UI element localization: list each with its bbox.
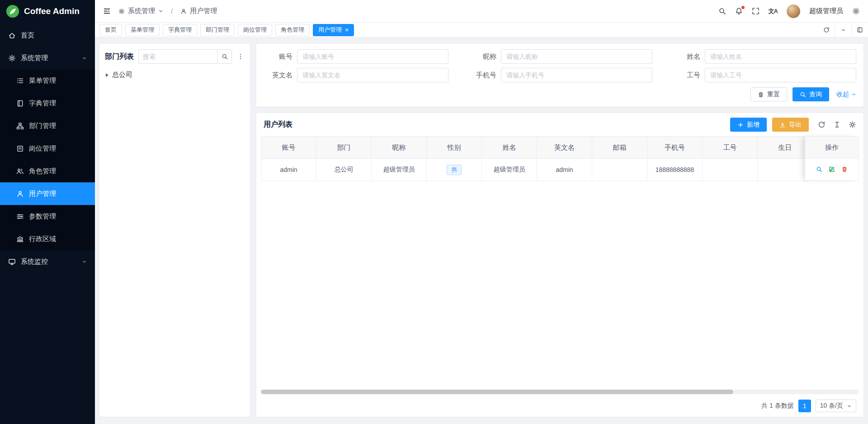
app-root: Coffee Admin 首页 系统管理 菜单管理 字典管理 [0, 0, 868, 424]
id-badge-icon [16, 145, 24, 152]
tab-close-icon[interactable]: × [345, 27, 349, 33]
search-form-card: 账号 昵称 姓名 英文名 [256, 44, 863, 107]
collapse-form-link[interactable]: 收起 [836, 91, 856, 99]
tab-dept-mgmt[interactable]: 部门管理 [200, 24, 235, 36]
topbar-actions: 文A 超级管理员 [718, 5, 860, 18]
language-button[interactable]: 文A [769, 7, 778, 15]
content-area: 部门列表 总公司 [95, 38, 868, 424]
english-name-input[interactable] [297, 68, 448, 82]
page-button-1[interactable]: 1 [798, 400, 811, 412]
edit-row-button[interactable] [829, 166, 835, 172]
sidebar-item-home[interactable]: 首页 [0, 24, 95, 47]
translate-icon: 文A [769, 7, 778, 15]
tab-role-mgmt[interactable]: 角色管理 [275, 24, 310, 36]
sidebar-item-label: 首页 [21, 31, 34, 40]
phone-input[interactable] [501, 68, 652, 82]
sidebar-item-role-mgmt[interactable]: 角色管理 [0, 160, 95, 182]
table-toolbar [818, 121, 856, 129]
account-input[interactable] [297, 49, 448, 64]
breadcrumb-page[interactable]: 用户管理 [180, 7, 217, 15]
sidebar-item-label: 字典管理 [29, 99, 56, 108]
chevron-down-icon [841, 28, 846, 33]
cell-email [592, 159, 647, 181]
row-height-button[interactable] [833, 121, 841, 129]
tab-menu-mgmt[interactable]: 菜单管理 [125, 24, 160, 36]
column-header: 姓名 [482, 137, 537, 159]
work-area: 账号 昵称 姓名 英文名 [256, 44, 863, 417]
query-button[interactable]: 查询 [793, 87, 829, 101]
name-input[interactable] [705, 49, 856, 64]
export-button-label: 导出 [789, 121, 802, 129]
department-panel-title: 部门列表 [105, 52, 134, 62]
notification-dot [741, 6, 745, 9]
sidebar-item-system[interactable]: 系统管理 [0, 47, 95, 69]
table-scroll-area: 账号 部门 昵称 性别 姓名 英文名 邮箱 手机号 工号 生日 [261, 136, 859, 181]
user-name[interactable]: 超级管理员 [809, 7, 843, 15]
layout-toggle-button[interactable] [851, 23, 868, 37]
trash-icon [841, 166, 848, 172]
department-search-button[interactable] [217, 49, 232, 64]
tab-dict-mgmt[interactable]: 字典管理 [163, 24, 197, 36]
cell-account: admin [261, 159, 316, 181]
job-no-input[interactable] [705, 68, 856, 82]
tab-options-button[interactable] [835, 23, 851, 37]
gear-icon [118, 8, 125, 14]
page-size-label: 10 条/页 [820, 402, 843, 410]
caret-right-icon[interactable] [106, 73, 108, 77]
tab-home[interactable]: 首页 [99, 24, 122, 36]
sidebar-item-param-mgmt[interactable]: 参数管理 [0, 205, 95, 228]
reset-button[interactable]: 重置 [750, 87, 787, 101]
fullscreen-button[interactable] [752, 7, 760, 15]
dots-vertical-icon [237, 53, 244, 60]
tab-list: 首页 菜单管理 字典管理 部门管理 岗位管理 角色管理 用户管理 × [99, 24, 818, 36]
column-header: 昵称 [372, 137, 427, 159]
table-settings-button[interactable] [849, 121, 856, 129]
sidebar-item-post-mgmt[interactable]: 岗位管理 [0, 137, 95, 160]
tab-user-mgmt[interactable]: 用户管理 × [313, 24, 354, 36]
nickname-input[interactable] [501, 49, 652, 64]
pagination: 共 1 条数据 1 10 条/页 [256, 396, 863, 417]
pagination-total: 共 1 条数据 [761, 402, 794, 410]
building-icon [16, 235, 24, 243]
collapse-link-label: 收起 [836, 91, 849, 99]
add-user-button[interactable]: 新增 [730, 118, 767, 132]
trash-icon [758, 91, 764, 98]
sidebar-item-user-mgmt[interactable]: 用户管理 [0, 182, 95, 205]
layout-icon [857, 27, 863, 33]
field-label: 昵称 [467, 52, 496, 61]
field-job-no: 工号 [671, 68, 856, 82]
field-label: 手机号 [467, 71, 496, 80]
refresh-tab-button[interactable] [818, 23, 835, 37]
notifications-button[interactable] [735, 7, 743, 15]
delete-row-button[interactable] [841, 166, 848, 172]
column-header: 性别 [427, 137, 482, 159]
department-more-button[interactable] [236, 53, 245, 60]
tab-post-mgmt[interactable]: 岗位管理 [238, 24, 272, 36]
column-header: 英文名 [537, 137, 592, 159]
view-row-button[interactable] [816, 166, 822, 172]
export-button[interactable]: 导出 [772, 118, 809, 132]
search-icon [222, 53, 228, 60]
search-icon [718, 7, 726, 15]
department-search-input[interactable] [138, 49, 217, 64]
row-actions [805, 158, 859, 181]
page-size-select[interactable]: 10 条/页 [816, 400, 856, 412]
search-button[interactable] [718, 7, 726, 15]
sidebar-item-monitor[interactable]: 系统监控 [0, 250, 95, 273]
sidebar-item-dict-mgmt[interactable]: 字典管理 [0, 92, 95, 114]
sidebar-item-region[interactable]: 行政区域 [0, 228, 95, 250]
sidebar-item-menu-mgmt[interactable]: 菜单管理 [0, 69, 95, 92]
field-label: 姓名 [671, 52, 700, 61]
refresh-table-button[interactable] [818, 121, 826, 129]
sidebar-submenu-system: 菜单管理 字典管理 部门管理 岗位管理 角色管理 [0, 69, 95, 250]
breadcrumb-section[interactable]: 系统管理 [118, 7, 163, 15]
chevron-down-icon [82, 259, 87, 264]
avatar[interactable] [787, 5, 800, 18]
plus-icon [737, 122, 744, 128]
scrollbar-thumb[interactable] [261, 390, 733, 394]
sidebar-item-dept-mgmt[interactable]: 部门管理 [0, 114, 95, 137]
settings-button[interactable] [852, 7, 860, 15]
sidebar-item-label: 菜单管理 [29, 76, 56, 85]
tree-node-root[interactable]: 总公司 [105, 70, 245, 80]
collapse-sidebar-button[interactable] [103, 7, 111, 15]
